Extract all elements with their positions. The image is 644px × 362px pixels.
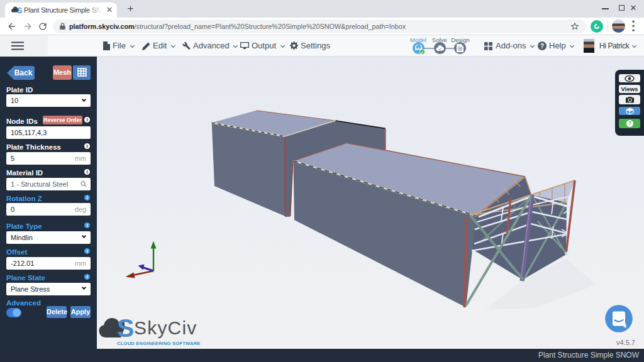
svg-text:CLOUD ENGINEERING SOFTWARE: CLOUD ENGINEERING SOFTWARE <box>117 341 201 346</box>
svg-text:S: S <box>17 6 22 15</box>
svg-text:SkyCiv: SkyCiv <box>134 317 197 338</box>
svg-text:?: ? <box>628 120 631 126</box>
svg-text:?: ? <box>540 43 544 50</box>
svg-text:S: S <box>117 315 134 343</box>
